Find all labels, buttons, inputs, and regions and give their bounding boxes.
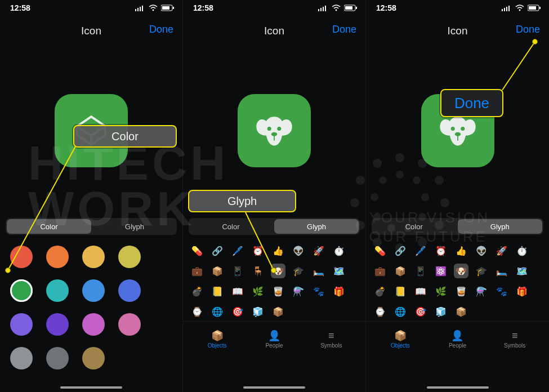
- glyph-item[interactable]: 🛏️: [311, 264, 326, 278]
- glyph-item[interactable]: 👽: [291, 243, 306, 258]
- glyph-item[interactable]: 📒: [393, 284, 408, 299]
- color-swatch[interactable]: [118, 246, 141, 268]
- glyph-item[interactable]: 💊: [373, 243, 387, 258]
- color-swatch[interactable]: [82, 347, 105, 369]
- glyph-item[interactable]: ⚗️: [474, 284, 489, 299]
- glyph-item[interactable]: 💣: [373, 284, 387, 299]
- color-swatch[interactable]: [46, 347, 69, 369]
- glyph-item[interactable]: 🪑: [251, 264, 265, 278]
- glyph-item[interactable]: 🎁: [332, 284, 346, 299]
- tab-glyph[interactable]: Glyph: [274, 219, 359, 234]
- glyph-item[interactable]: ⏰: [251, 243, 265, 258]
- home-indicator[interactable]: [243, 386, 305, 389]
- done-button[interactable]: Done: [332, 24, 356, 35]
- segmented-control[interactable]: Color Glyph: [183, 215, 365, 238]
- glyph-item[interactable]: 🖊️: [413, 243, 428, 258]
- glyph-item[interactable]: 📦: [454, 304, 468, 319]
- glyph-item[interactable]: 🛏️: [494, 264, 509, 278]
- glyph-item[interactable]: 🌐: [210, 304, 225, 319]
- home-indicator[interactable]: [427, 386, 489, 389]
- tab-color[interactable]: Color: [372, 218, 457, 235]
- category-symbols[interactable]: ≡Symbols: [492, 331, 537, 349]
- category-objects[interactable]: 📦Objects: [378, 331, 423, 349]
- glyph-item[interactable]: 🎓: [474, 264, 489, 278]
- tab-color[interactable]: Color: [7, 219, 91, 234]
- glyph-item[interactable]: 🗺️: [515, 264, 529, 278]
- color-swatch[interactable]: [46, 313, 69, 336]
- status-bar: 12:58: [366, 0, 549, 16]
- glyph-item[interactable]: 🐾: [494, 284, 509, 299]
- color-swatch[interactable]: [82, 246, 105, 268]
- color-swatch[interactable]: [46, 246, 69, 268]
- glyph-item[interactable]: 💣: [190, 284, 204, 299]
- wifi-icon: [515, 5, 524, 11]
- done-button[interactable]: Done: [516, 24, 540, 35]
- glyph-item[interactable]: 🔗: [210, 243, 225, 258]
- glyph-item[interactable]: 📖: [413, 284, 428, 299]
- glyph-item[interactable]: 👍: [454, 243, 468, 258]
- glyph-item[interactable]: 👍: [271, 243, 285, 258]
- segmented-control[interactable]: Color Glyph: [366, 215, 549, 238]
- svg-rect-6: [162, 6, 169, 10]
- color-swatch[interactable]: [10, 246, 33, 268]
- color-swatch[interactable]: [10, 313, 33, 336]
- glyph-item[interactable]: ⌚: [190, 304, 204, 319]
- glyph-item[interactable]: 💊: [190, 243, 204, 258]
- glyph-item[interactable]: 🧊: [434, 304, 448, 319]
- glyph-item[interactable]: 📦: [393, 264, 408, 278]
- glyph-item[interactable]: 📒: [210, 284, 225, 299]
- category-objects[interactable]: 📦Objects: [195, 331, 240, 349]
- color-swatch[interactable]: [82, 279, 105, 302]
- glyph-item[interactable]: 🎓: [291, 264, 306, 278]
- color-swatch[interactable]: [118, 279, 141, 302]
- tab-glyph[interactable]: Glyph: [458, 219, 543, 234]
- done-button[interactable]: Done: [149, 24, 173, 35]
- glyph-item[interactable]: 🚀: [311, 243, 326, 258]
- glyph-item[interactable]: 🥃: [454, 284, 468, 299]
- glyph-item[interactable]: ⚛️: [434, 264, 448, 278]
- glyph-item[interactable]: 🌿: [434, 284, 448, 299]
- glyph-item[interactable]: 🔗: [393, 243, 408, 258]
- tab-glyph[interactable]: Glyph: [92, 218, 177, 235]
- glyph-item[interactable]: 🎯: [413, 304, 428, 319]
- glyph-item[interactable]: ⏰: [434, 243, 448, 258]
- wifi-icon: [332, 5, 341, 11]
- glyph-item[interactable]: 💼: [190, 264, 204, 278]
- color-swatch[interactable]: [10, 347, 33, 369]
- glyph-item[interactable]: 💼: [373, 264, 387, 278]
- glyph-item[interactable]: 📦: [210, 264, 225, 278]
- tab-color[interactable]: Color: [189, 218, 273, 235]
- category-symbols[interactable]: ≡Symbols: [309, 331, 354, 349]
- glyph-item[interactable]: 📦: [271, 304, 285, 319]
- glyph-item[interactable]: 📖: [230, 284, 245, 299]
- glyph-item[interactable]: 🥃: [271, 284, 285, 299]
- segmented-control[interactable]: Color Glyph: [0, 215, 182, 238]
- glyph-item[interactable]: 📱: [230, 264, 245, 278]
- glyph-item[interactable]: 🎁: [515, 284, 529, 299]
- glyph-item[interactable]: 🌐: [393, 304, 408, 319]
- glyph-item[interactable]: 🖊️: [230, 243, 245, 258]
- glyph-item[interactable]: 🐾: [311, 284, 326, 299]
- glyph-item[interactable]: 🧊: [251, 304, 265, 319]
- status-bar: 12:58: [183, 0, 365, 16]
- category-people[interactable]: 👤People: [252, 331, 297, 349]
- glyph-item[interactable]: 📱: [413, 264, 428, 278]
- color-swatch[interactable]: [46, 279, 69, 302]
- category-people[interactable]: 👤People: [435, 331, 480, 349]
- glyph-item[interactable]: ⏱️: [332, 243, 346, 258]
- glyph-item[interactable]: 👽: [474, 243, 489, 258]
- glyph-item[interactable]: 🚀: [494, 243, 509, 258]
- glyph-item[interactable]: 🗺️: [332, 264, 346, 278]
- glyph-item[interactable]: 🎯: [230, 304, 245, 319]
- glyph-item[interactable]: ⚗️: [291, 284, 306, 299]
- glyph-item[interactable]: 🌿: [251, 284, 265, 299]
- glyph-item[interactable]: ⏱️: [515, 243, 529, 258]
- color-swatch[interactable]: [10, 279, 33, 302]
- color-swatch[interactable]: [118, 313, 141, 336]
- color-grid: [0, 238, 182, 369]
- home-indicator[interactable]: [60, 386, 122, 389]
- glyph-item[interactable]: ⌚: [373, 304, 387, 319]
- glyph-item[interactable]: 🐶: [454, 264, 468, 278]
- color-swatch[interactable]: [82, 313, 105, 336]
- svg-rect-27: [539, 7, 541, 9]
